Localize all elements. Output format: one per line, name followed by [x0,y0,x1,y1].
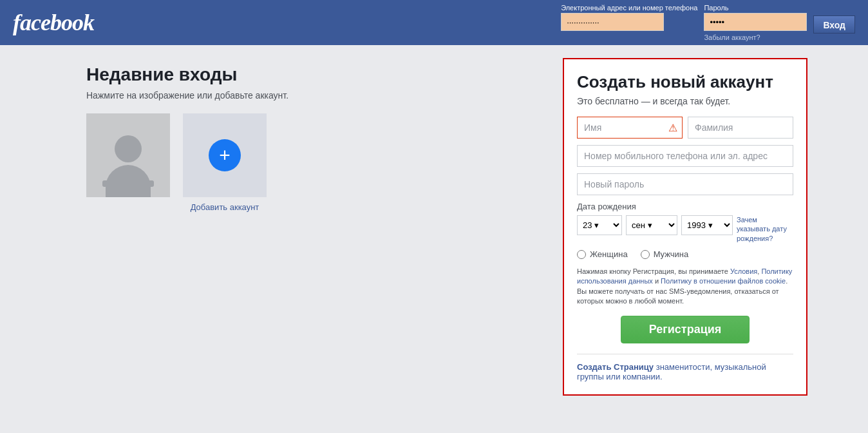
existing-account-card[interactable] [86,113,170,197]
dob-month-select[interactable]: сен ▾ [626,215,677,235]
last-name-wrapper [688,117,793,139]
password-field-group: Пароль Забыли аккаунт? [704,4,807,41]
name-row: ⚠ [577,117,793,139]
gender-male-radio[interactable] [641,250,650,259]
add-account-card[interactable]: + Добавить аккаунт [183,113,267,212]
email-input[interactable] [561,13,664,31]
header-auth: Электронный адрес или номер телефона Пар… [561,4,855,41]
form-title: Создать новый аккаунт [577,72,793,92]
login-button[interactable]: Вход [813,15,855,34]
header: facebook Электронный адрес или номер тел… [0,0,868,45]
main-content: Недавние входы Нажмите на изображение ил… [48,45,820,409]
phone-wrapper [577,145,793,167]
terms-text: Нажимая кнопку Регистрация, вы принимает… [577,267,793,307]
create-page-link[interactable]: Создать Страницу знаменитости, музыкальн… [577,362,793,381]
recent-logins-subtitle: Нажмите на изображение или добавьте акка… [86,90,537,101]
avatar-name-bar [102,180,154,187]
why-dob-link[interactable]: Зачем указывать дату рождения? [737,215,788,243]
dob-year-select[interactable]: 1993 ▾ [681,215,733,235]
add-account-icon: + [209,139,241,171]
left-section: Недавние входы Нажмите на изображение ил… [86,58,537,396]
recent-accounts-list: + Добавить аккаунт [86,113,537,212]
create-page-text: Создать Страницу [577,362,654,372]
dob-row: 23 ▾ сен ▾ 1993 ▾ Зачем указывать дату р… [577,215,793,243]
first-name-wrapper: ⚠ [577,117,683,139]
new-password-wrapper [577,173,793,195]
recent-logins-title: Недавние входы [86,64,537,85]
password-input[interactable] [704,13,807,31]
forgot-link[interactable]: Забыли аккаунт? [704,34,807,41]
gender-row: Женщина Мужчина [577,249,793,259]
first-name-input[interactable] [577,117,683,139]
terms-link-1[interactable]: Условия [730,267,757,275]
avatar-head [115,135,142,162]
dob-label: Дата рождения [577,202,793,211]
facebook-logo: facebook [13,9,94,36]
email-field-group: Электронный адрес или номер телефона [561,4,697,31]
error-icon: ⚠ [668,122,677,134]
add-account-label[interactable]: Добавить аккаунт [191,202,259,212]
last-name-input[interactable] [688,117,793,139]
add-account-box: + [183,113,267,197]
registration-form: Создать новый аккаунт Это бесплатно — и … [563,58,807,396]
register-button[interactable]: Регистрация [621,316,750,343]
phone-input[interactable] [577,145,793,167]
divider [577,354,793,354]
gender-male-label: Мужчина [654,249,689,259]
password-row [577,173,793,195]
new-password-input[interactable] [577,173,793,195]
dob-day-select[interactable]: 23 ▾ [577,215,622,235]
gender-male-option[interactable]: Мужчина [641,249,689,259]
phone-row [577,145,793,167]
gender-female-label: Женщина [590,249,628,259]
email-label: Электронный адрес или номер телефона [561,4,697,12]
gender-female-option[interactable]: Женщина [577,249,628,259]
form-subtitle: Это бесплатно — и всегда так будет. [577,96,793,106]
gender-female-radio[interactable] [577,250,586,259]
terms-link-3[interactable]: Политику в отношении файлов cookie [661,277,786,285]
account-avatar [86,113,170,197]
password-label: Пароль [704,4,807,12]
